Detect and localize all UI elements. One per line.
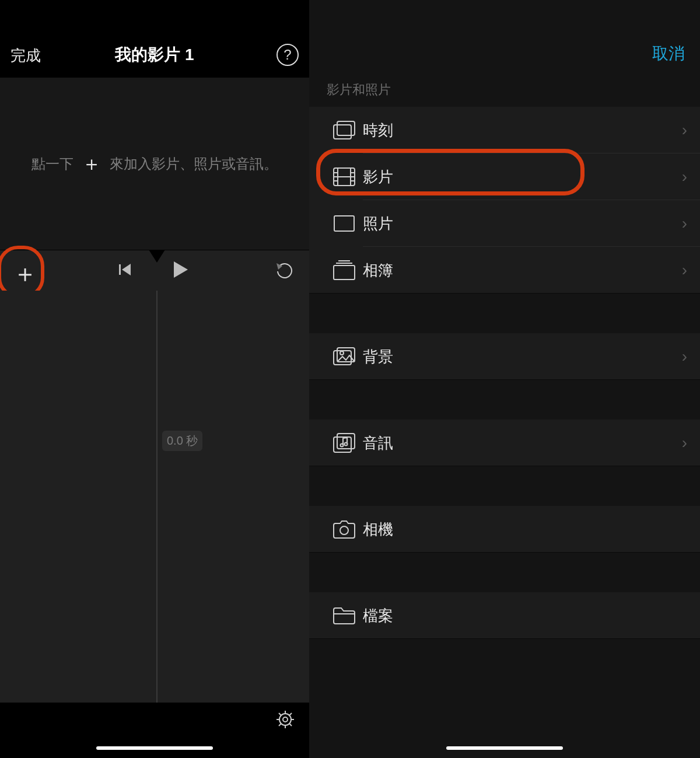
chevron-right-icon: › bbox=[682, 167, 687, 186]
camera-icon bbox=[332, 520, 356, 539]
editor-footer bbox=[0, 703, 309, 758]
section-label-media: 影片和照片 bbox=[309, 78, 700, 107]
albums-icon bbox=[333, 260, 355, 280]
chevron-right-icon: › bbox=[682, 347, 687, 366]
home-indicator-icon bbox=[96, 746, 213, 750]
empty-hint: 點一下 ＋ 來加入影片、照片或音訊。 bbox=[32, 151, 278, 177]
svg-rect-34 bbox=[337, 434, 355, 449]
spacer bbox=[309, 553, 700, 592]
svg-rect-15 bbox=[337, 121, 355, 135]
skip-back-button[interactable] bbox=[117, 261, 133, 280]
row-albums[interactable]: 相簿 › bbox=[309, 247, 700, 294]
row-files[interactable]: 檔案 bbox=[309, 592, 700, 639]
media-picker-panel: 取消 影片和照片 時刻 › bbox=[309, 0, 700, 758]
chevron-right-icon: › bbox=[682, 214, 687, 233]
cancel-button[interactable]: 取消 bbox=[652, 43, 685, 65]
svg-point-36 bbox=[345, 443, 348, 446]
svg-point-32 bbox=[340, 351, 344, 355]
row-photos[interactable]: 照片 › bbox=[309, 200, 700, 247]
play-button[interactable] bbox=[170, 260, 190, 282]
gear-icon bbox=[275, 710, 295, 729]
preview-area: 點一下 ＋ 來加入影片、照片或音訊。 bbox=[0, 78, 309, 250]
row-audio[interactable]: 音訊 › bbox=[309, 420, 700, 466]
row-label: 檔案 bbox=[363, 606, 687, 626]
editor-panel: 完成 我的影片 1 ? 點一下 ＋ 來加入影片、照片或音訊。 ＋ bbox=[0, 0, 309, 758]
svg-rect-14 bbox=[334, 125, 351, 139]
done-button[interactable]: 完成 bbox=[10, 46, 41, 66]
timeline[interactable]: 0.0 秒 bbox=[0, 291, 309, 703]
timeline-duration: 0.0 秒 bbox=[162, 431, 202, 451]
picker-header: 取消 bbox=[309, 0, 700, 78]
backgrounds-group: 背景 › bbox=[309, 333, 700, 380]
chevron-right-icon: › bbox=[682, 434, 687, 452]
audio-icon bbox=[333, 433, 355, 453]
skip-back-icon bbox=[117, 261, 133, 278]
svg-line-13 bbox=[279, 724, 281, 726]
svg-point-35 bbox=[341, 444, 344, 447]
media-list-group: 時刻 › 影片 › bbox=[309, 107, 700, 294]
files-group: 檔案 bbox=[309, 592, 700, 639]
row-label: 照片 bbox=[363, 214, 682, 234]
project-title: 我的影片 1 bbox=[115, 44, 194, 66]
home-indicator-icon bbox=[446, 746, 563, 750]
svg-line-11 bbox=[289, 724, 292, 726]
backgrounds-icon bbox=[333, 347, 355, 366]
row-label: 音訊 bbox=[363, 433, 682, 453]
undo-icon bbox=[274, 261, 295, 278]
hint-suffix: 來加入影片、照片或音訊。 bbox=[110, 155, 278, 173]
svg-rect-30 bbox=[334, 351, 351, 365]
chevron-right-icon: › bbox=[682, 261, 687, 280]
camera-group: 相機 bbox=[309, 506, 700, 553]
moments-icon bbox=[333, 121, 355, 139]
transport-bar: ＋ bbox=[0, 250, 309, 291]
row-camera[interactable]: 相機 bbox=[309, 506, 700, 553]
hint-prefix: 點一下 bbox=[32, 155, 74, 173]
help-button[interactable]: ? bbox=[276, 44, 299, 66]
files-icon bbox=[332, 606, 356, 625]
spacer bbox=[309, 466, 700, 506]
play-icon bbox=[170, 260, 190, 280]
svg-rect-27 bbox=[334, 266, 355, 280]
row-video[interactable]: 影片 › bbox=[309, 153, 700, 200]
row-label: 影片 bbox=[363, 167, 682, 187]
svg-rect-0 bbox=[119, 264, 121, 275]
row-label: 背景 bbox=[363, 347, 682, 367]
playhead-marker-icon bbox=[149, 250, 165, 263]
plus-icon: ＋ bbox=[82, 151, 102, 177]
svg-line-12 bbox=[289, 713, 292, 715]
svg-point-5 bbox=[283, 717, 288, 722]
row-backgrounds[interactable]: 背景 › bbox=[309, 333, 700, 380]
svg-line-10 bbox=[279, 713, 281, 715]
svg-marker-2 bbox=[174, 261, 188, 278]
settings-button[interactable] bbox=[275, 710, 295, 732]
add-media-button[interactable]: ＋ bbox=[13, 257, 37, 290]
chevron-right-icon: › bbox=[682, 121, 687, 139]
svg-marker-1 bbox=[122, 264, 131, 275]
photos-icon bbox=[334, 215, 355, 232]
svg-point-37 bbox=[340, 526, 348, 535]
editor-header: 完成 我的影片 1 ? bbox=[0, 0, 309, 78]
svg-rect-26 bbox=[334, 216, 354, 231]
row-label: 相簿 bbox=[363, 260, 682, 281]
audio-group: 音訊 › bbox=[309, 420, 700, 466]
row-moments[interactable]: 時刻 › bbox=[309, 107, 700, 153]
video-icon bbox=[333, 167, 355, 186]
spacer bbox=[309, 380, 700, 420]
playhead-line-icon bbox=[156, 291, 158, 703]
spacer bbox=[309, 294, 700, 333]
undo-button[interactable] bbox=[274, 261, 295, 281]
row-label: 相機 bbox=[363, 519, 687, 540]
row-label: 時刻 bbox=[363, 120, 682, 141]
